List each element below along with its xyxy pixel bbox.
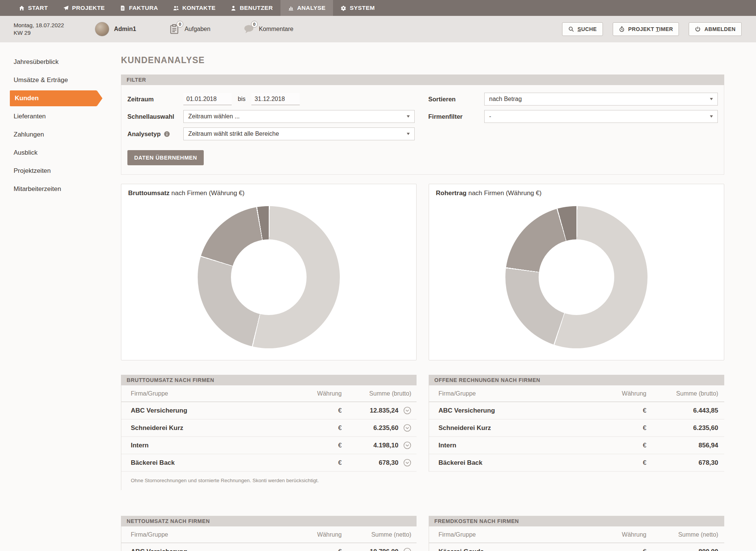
sidebar-item-label: Jahresüberblick [14,58,59,66]
table-row[interactable]: ABC Versicherung € 12.835,24 [121,402,417,419]
sidebar-item-zahlungen[interactable]: Zahlungen [0,126,121,144]
comments-count-badge: 0 [251,21,258,28]
avatar[interactable] [95,22,109,36]
sidebar-item-label: Ausblick [14,149,37,157]
table-row[interactable]: Bäckerei Back € 678,30 [429,454,724,472]
currency-cell: € [300,442,342,449]
chart-panel-bruttoumsatz: Bruttoumsatz nach Firmen (Währung €) [121,184,417,360]
paper-plane-icon [63,5,69,11]
table-row[interactable]: Käserei Gouda € 800,00 [429,543,724,551]
nav-item-projekte[interactable]: PROJEKTE [56,0,113,16]
filter-section-header: FILTER [121,75,724,85]
username: Admin1 [114,26,136,33]
sidebar-item-projektzeiten[interactable]: Projektzeiten [0,162,121,180]
comments-counter[interactable]: 0 Kommentare [243,23,294,35]
table-nettoumsatz-header: NETTOUMSATZ NACH FIRMEN [121,516,417,526]
info-icon[interactable] [164,131,170,137]
table-body: Firma/Gruppe Währung Summe (netto) Käser… [429,526,724,551]
tables-row-1: BRUTTOUMSATZ NACH FIRMEN Firma/Gruppe Wä… [121,375,724,490]
table-row[interactable]: Intern € 4.198,10 [121,437,417,454]
table-body: Firma/Gruppe Währung Summe (netto) ABC V… [121,526,417,551]
currency-cell: € [605,407,646,414]
analysetyp-select[interactable]: Zeitraum wählt strikt alle Bereiche [183,127,415,140]
sortieren-select[interactable]: nach Betrag [484,93,718,106]
column-header-firma: Firma/Gruppe [438,390,605,397]
table-fremdkosten: FREMDKOSTEN NACH FIRMEN Firma/Gruppe Wäh… [429,516,724,551]
chart-title-bruttoumsatz: Bruttoumsatz nach Firmen (Währung €) [128,189,409,197]
charts-row: Bruttoumsatz nach Firmen (Währung €) Roh… [121,184,724,360]
expand-row-icon[interactable] [400,407,411,414]
filter-row-schnellauswahl-firmenfilter: Schnellauswahl Zeitraum wählen ... Firme… [127,108,718,125]
filter-section: FILTER Zeitraum bis Sortieren nach Betra… [121,75,724,175]
currency-cell: € [300,407,342,414]
nav-item-system[interactable]: SYSTEM [333,0,382,16]
currency-cell: € [605,459,646,467]
firma-cell: Intern [438,442,605,449]
zeitraum-label: Zeitraum [127,96,183,103]
nav-item-analyse[interactable]: ANALYSE [280,0,333,16]
table-offene-header: OFFENE RECHNUNGEN NACH FIRMEN [429,375,724,385]
table-row[interactable]: Schneiderei Kurz € 6.235,60 [121,419,417,437]
project-timer-button-label: PROJEKT TIMER [628,26,673,32]
chevron-down-icon [407,133,410,135]
zeitraum-to-input[interactable] [251,93,300,105]
value-cell: 6.235,60 [646,424,718,432]
expand-row-icon[interactable] [400,424,411,432]
expand-row-icon[interactable] [400,441,411,449]
firmenfilter-select[interactable]: - [484,110,718,123]
logout-button-label: ABMELDEN [704,26,736,32]
sidebar-item-ausblick[interactable]: Ausblick [0,144,121,162]
table-bruttoumsatz-header: BRUTTOUMSATZ NACH FIRMEN [121,375,417,385]
table-row[interactable]: Intern € 856,94 [429,437,724,454]
home-icon [19,5,25,11]
firmenfilter-label: Firmenfilter [428,113,484,120]
currency-cell: € [605,442,646,449]
column-header-firma: Firma/Gruppe [438,531,605,538]
schnellauswahl-label: Schnellauswahl [127,113,183,120]
nav-item-faktura[interactable]: FAKTURA [112,0,166,16]
schnellauswahl-select[interactable]: Zeitraum wählen ... [183,110,415,123]
contacts-icon [173,5,179,11]
project-timer-button[interactable]: PROJEKT TIMER [613,22,679,36]
nav-item-label: PROJEKTE [72,5,105,11]
sidebar-item-kunden[interactable]: Kunden [10,90,97,106]
nav-item-benutzer[interactable]: BENUTZER [223,0,280,16]
expand-row-icon[interactable] [400,459,411,467]
sidebar-item-jahresueberblick[interactable]: Jahresüberblick [0,53,121,71]
filter-body: Zeitraum bis Sortieren nach Betrag Schne… [121,85,724,175]
nav-item-start[interactable]: START [11,0,56,16]
donut-chart-bruttoumsatz[interactable] [198,206,340,348]
comments-label: Kommentare [259,26,294,33]
donut-chart-rohertrag[interactable] [505,206,648,348]
logout-button[interactable]: ABMELDEN [689,22,742,36]
expand-row-icon[interactable] [400,548,411,551]
zeitraum-fields: bis [183,93,428,105]
chevron-down-icon [710,98,713,100]
column-header-summe: Summe (brutto) [342,390,411,397]
user-block[interactable]: Admin1 [95,22,136,36]
sidebar-item-label: Lieferanten [14,113,46,120]
tasks-counter[interactable]: 0 Aufgaben [169,23,211,35]
nav-item-kontakte[interactable]: KONTAKTE [166,0,223,16]
table-row[interactable]: ABC Versicherung € 6.443,85 [429,402,724,419]
stopwatch-icon [619,26,625,32]
sidebar-item-mitarbeiterzeiten[interactable]: Mitarbeiterzeiten [0,180,121,198]
column-header-waehrung: Währung [605,390,646,397]
value-cell: 678,30 [342,459,398,467]
sidebar-item-label: Kunden [15,95,39,102]
nav-item-label: KONTAKTE [182,5,215,11]
sidebar-item-lieferanten[interactable]: Lieferanten [0,107,121,126]
table-row[interactable]: ABC Versicherung € 10.796,00 [121,543,417,551]
search-button[interactable]: SUCHE [562,22,603,36]
column-header-waehrung: Währung [605,531,646,538]
zeitraum-from-input[interactable] [183,93,232,105]
currency-cell: € [300,548,342,551]
table-column-headers: Firma/Gruppe Währung Summe (netto) [121,526,417,543]
tasks-count-badge: 0 [177,21,183,28]
tasks-label: Aufgaben [184,26,211,33]
sidebar-item-umsaetze-ertraege[interactable]: Umsätze & Erträge [0,71,121,89]
firmenfilter-field: - [484,110,718,123]
table-row[interactable]: Bäckerei Back € 678,30 [121,454,417,472]
table-row[interactable]: Schneiderei Kurz € 6.235,60 [429,419,724,437]
daten-uebernehmen-button[interactable]: DATEN ÜBERNEHMEN [127,150,204,165]
